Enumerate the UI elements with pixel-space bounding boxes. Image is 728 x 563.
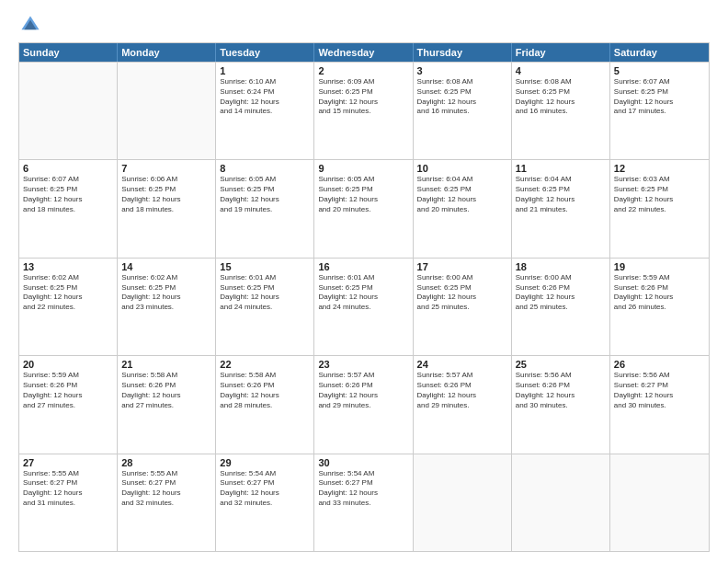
- day-number: 7: [121, 163, 211, 174]
- day-cell-3: 3Sunrise: 6:08 AM Sunset: 6:25 PM Daylig…: [414, 63, 512, 159]
- day-cell-8: 8Sunrise: 6:05 AM Sunset: 6:25 PM Daylig…: [216, 160, 314, 257]
- day-number: 18: [516, 261, 606, 272]
- header-day-tuesday: Tuesday: [216, 43, 314, 62]
- day-number: 28: [121, 457, 211, 468]
- day-info: Sunrise: 5:54 AM Sunset: 6:27 PM Dayligh…: [318, 469, 408, 509]
- day-number: 30: [318, 457, 408, 468]
- day-cell-21: 21Sunrise: 5:58 AM Sunset: 6:26 PM Dayli…: [118, 356, 216, 453]
- day-number: 11: [516, 163, 606, 174]
- logo-icon: [20, 15, 40, 35]
- day-info: Sunrise: 5:55 AM Sunset: 6:27 PM Dayligh…: [23, 469, 113, 509]
- day-cell-16: 16Sunrise: 6:01 AM Sunset: 6:25 PM Dayli…: [314, 259, 413, 355]
- day-info: Sunrise: 6:00 AM Sunset: 6:26 PM Dayligh…: [516, 273, 606, 313]
- day-info: Sunrise: 6:05 AM Sunset: 6:25 PM Dayligh…: [220, 175, 310, 214]
- day-cell-4: 4Sunrise: 6:08 AM Sunset: 6:25 PM Daylig…: [512, 63, 610, 159]
- day-info: Sunrise: 6:10 AM Sunset: 6:24 PM Dayligh…: [220, 77, 310, 117]
- week-row-2: 13Sunrise: 6:02 AM Sunset: 6:25 PM Dayli…: [19, 258, 709, 355]
- header-day-monday: Monday: [118, 43, 216, 62]
- day-number: 1: [220, 65, 310, 76]
- day-cell-9: 9Sunrise: 6:05 AM Sunset: 6:25 PM Daylig…: [314, 160, 413, 257]
- day-info: Sunrise: 6:06 AM Sunset: 6:25 PM Dayligh…: [121, 175, 211, 214]
- day-info: Sunrise: 5:58 AM Sunset: 6:26 PM Dayligh…: [220, 371, 310, 410]
- day-info: Sunrise: 6:05 AM Sunset: 6:25 PM Dayligh…: [318, 175, 408, 214]
- page: SundayMondayTuesdayWednesdayThursdayFrid…: [0, 0, 728, 563]
- day-info: Sunrise: 6:02 AM Sunset: 6:25 PM Dayligh…: [23, 273, 113, 313]
- day-info: Sunrise: 6:00 AM Sunset: 6:25 PM Dayligh…: [417, 273, 507, 313]
- header-day-wednesday: Wednesday: [314, 43, 413, 62]
- day-cell-27: 27Sunrise: 5:55 AM Sunset: 6:27 PM Dayli…: [19, 454, 118, 551]
- logo: [18, 15, 42, 35]
- day-cell-17: 17Sunrise: 6:00 AM Sunset: 6:25 PM Dayli…: [414, 259, 512, 355]
- day-cell-13: 13Sunrise: 6:02 AM Sunset: 6:25 PM Dayli…: [19, 259, 118, 355]
- day-number: 14: [121, 261, 211, 272]
- day-cell-2: 2Sunrise: 6:09 AM Sunset: 6:25 PM Daylig…: [314, 63, 413, 159]
- day-info: Sunrise: 5:56 AM Sunset: 6:26 PM Dayligh…: [516, 371, 606, 410]
- day-number: 21: [121, 359, 211, 370]
- week-row-3: 20Sunrise: 5:59 AM Sunset: 6:26 PM Dayli…: [19, 355, 709, 453]
- day-info: Sunrise: 5:56 AM Sunset: 6:27 PM Dayligh…: [614, 371, 705, 410]
- day-cell-12: 12Sunrise: 6:03 AM Sunset: 6:25 PM Dayli…: [610, 160, 709, 257]
- day-number: 8: [220, 163, 310, 174]
- header-day-saturday: Saturday: [610, 43, 709, 62]
- day-info: Sunrise: 5:55 AM Sunset: 6:27 PM Dayligh…: [121, 469, 211, 509]
- day-cell-10: 10Sunrise: 6:04 AM Sunset: 6:25 PM Dayli…: [414, 160, 512, 257]
- day-cell-14: 14Sunrise: 6:02 AM Sunset: 6:25 PM Dayli…: [118, 259, 216, 355]
- day-cell-28: 28Sunrise: 5:55 AM Sunset: 6:27 PM Dayli…: [118, 454, 216, 551]
- day-number: 4: [516, 65, 606, 76]
- day-cell-7: 7Sunrise: 6:06 AM Sunset: 6:25 PM Daylig…: [118, 160, 216, 257]
- day-info: Sunrise: 5:58 AM Sunset: 6:26 PM Dayligh…: [121, 371, 211, 410]
- day-number: 27: [23, 457, 113, 468]
- day-info: Sunrise: 5:59 AM Sunset: 6:26 PM Dayligh…: [23, 371, 113, 410]
- day-number: 3: [417, 65, 507, 76]
- day-info: Sunrise: 6:01 AM Sunset: 6:25 PM Dayligh…: [318, 273, 408, 313]
- day-number: 22: [220, 359, 310, 370]
- day-cell-23: 23Sunrise: 5:57 AM Sunset: 6:26 PM Dayli…: [314, 356, 413, 453]
- header: [18, 15, 710, 35]
- header-day-thursday: Thursday: [414, 43, 512, 62]
- day-cell-29: 29Sunrise: 5:54 AM Sunset: 6:27 PM Dayli…: [216, 454, 314, 551]
- week-row-0: 1Sunrise: 6:10 AM Sunset: 6:24 PM Daylig…: [19, 62, 709, 159]
- day-info: Sunrise: 6:04 AM Sunset: 6:25 PM Dayligh…: [417, 175, 507, 214]
- header-day-friday: Friday: [512, 43, 610, 62]
- empty-cell: [512, 454, 610, 551]
- day-info: Sunrise: 6:08 AM Sunset: 6:25 PM Dayligh…: [417, 77, 507, 117]
- day-cell-15: 15Sunrise: 6:01 AM Sunset: 6:25 PM Dayli…: [216, 259, 314, 355]
- day-number: 6: [23, 163, 113, 174]
- day-number: 5: [614, 65, 705, 76]
- day-info: Sunrise: 5:57 AM Sunset: 6:26 PM Dayligh…: [318, 371, 408, 410]
- day-number: 26: [614, 359, 705, 370]
- day-info: Sunrise: 6:07 AM Sunset: 6:25 PM Dayligh…: [614, 77, 705, 117]
- calendar-body: 1Sunrise: 6:10 AM Sunset: 6:24 PM Daylig…: [19, 62, 709, 551]
- day-info: Sunrise: 5:59 AM Sunset: 6:26 PM Dayligh…: [614, 273, 705, 313]
- week-row-1: 6Sunrise: 6:07 AM Sunset: 6:25 PM Daylig…: [19, 159, 709, 257]
- day-info: Sunrise: 5:57 AM Sunset: 6:26 PM Dayligh…: [417, 371, 507, 410]
- day-info: Sunrise: 6:09 AM Sunset: 6:25 PM Dayligh…: [318, 77, 408, 117]
- day-cell-26: 26Sunrise: 5:56 AM Sunset: 6:27 PM Dayli…: [610, 356, 709, 453]
- day-cell-11: 11Sunrise: 6:04 AM Sunset: 6:25 PM Dayli…: [512, 160, 610, 257]
- day-cell-30: 30Sunrise: 5:54 AM Sunset: 6:27 PM Dayli…: [314, 454, 413, 551]
- day-info: Sunrise: 6:04 AM Sunset: 6:25 PM Dayligh…: [516, 175, 606, 214]
- calendar: SundayMondayTuesdayWednesdayThursdayFrid…: [18, 42, 710, 552]
- day-cell-18: 18Sunrise: 6:00 AM Sunset: 6:26 PM Dayli…: [512, 259, 610, 355]
- day-number: 9: [318, 163, 408, 174]
- day-number: 23: [318, 359, 408, 370]
- day-cell-19: 19Sunrise: 5:59 AM Sunset: 6:26 PM Dayli…: [610, 259, 709, 355]
- day-cell-20: 20Sunrise: 5:59 AM Sunset: 6:26 PM Dayli…: [19, 356, 118, 453]
- day-info: Sunrise: 6:01 AM Sunset: 6:25 PM Dayligh…: [220, 273, 310, 313]
- day-cell-25: 25Sunrise: 5:56 AM Sunset: 6:26 PM Dayli…: [512, 356, 610, 453]
- day-number: 20: [23, 359, 113, 370]
- day-number: 25: [516, 359, 606, 370]
- day-info: Sunrise: 6:08 AM Sunset: 6:25 PM Dayligh…: [516, 77, 606, 117]
- header-day-sunday: Sunday: [19, 43, 118, 62]
- day-cell-5: 5Sunrise: 6:07 AM Sunset: 6:25 PM Daylig…: [610, 63, 709, 159]
- day-cell-22: 22Sunrise: 5:58 AM Sunset: 6:26 PM Dayli…: [216, 356, 314, 453]
- day-info: Sunrise: 6:07 AM Sunset: 6:25 PM Dayligh…: [23, 175, 113, 214]
- day-cell-24: 24Sunrise: 5:57 AM Sunset: 6:26 PM Dayli…: [414, 356, 512, 453]
- calendar-header: SundayMondayTuesdayWednesdayThursdayFrid…: [19, 43, 709, 62]
- day-cell-6: 6Sunrise: 6:07 AM Sunset: 6:25 PM Daylig…: [19, 160, 118, 257]
- day-number: 29: [220, 457, 310, 468]
- day-info: Sunrise: 6:02 AM Sunset: 6:25 PM Dayligh…: [121, 273, 211, 313]
- day-number: 24: [417, 359, 507, 370]
- day-number: 17: [417, 261, 507, 272]
- empty-cell: [610, 454, 709, 551]
